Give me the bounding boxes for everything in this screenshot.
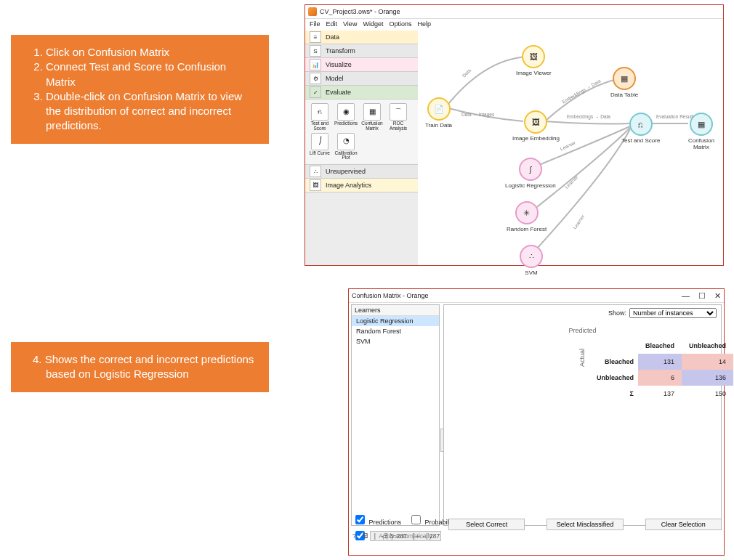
- category-transform[interactable]: STransform: [305, 44, 418, 58]
- cm-title: Confusion Matrix - Orange: [352, 292, 429, 299]
- actual-label: Actual: [578, 349, 586, 367]
- col-bleached: Bleached: [638, 338, 682, 354]
- node-train-data[interactable]: 📄Train Data: [425, 97, 452, 129]
- calibration-icon: ◔: [337, 133, 355, 150]
- canvas-links: [418, 31, 723, 265]
- node-confusion-matrix[interactable]: ▦Confusion Matrix: [679, 113, 723, 150]
- widget-roc[interactable]: ⌒ROC Analysis: [385, 103, 411, 131]
- minimize-icon[interactable]: —: [682, 291, 690, 301]
- folder-icon: ≡: [310, 31, 321, 43]
- row-unbleached: Unbleached: [589, 370, 638, 386]
- lift-icon: ⎠: [311, 133, 328, 150]
- widget-test-and-score[interactable]: ⎌Test and Score: [307, 103, 333, 131]
- clear-selection-button[interactable]: Clear Selection: [645, 519, 722, 530]
- confusion-matrix-window: Confusion Matrix - Orange — ☐ ✕ Learners…: [348, 288, 725, 556]
- row-sigma: Σ: [589, 386, 638, 402]
- confusion-table: BleachedUnbleachedΣ Bleached13114145 Unb…: [589, 338, 734, 402]
- widget-confusion-matrix[interactable]: ▦Confusion Matrix: [359, 103, 385, 131]
- file-icon: 📄: [427, 97, 451, 121]
- show-label: Show:: [608, 309, 626, 317]
- window-controls: — ☐ ✕: [682, 291, 721, 301]
- image-analytics-icon: 🖼: [310, 179, 321, 191]
- node-image-viewer[interactable]: 🖼Image Viewer: [516, 45, 552, 76]
- menu-options[interactable]: Options: [389, 20, 411, 31]
- colsum-1: 150: [682, 386, 733, 402]
- link-label-images: Data → Images: [461, 112, 494, 117]
- orange-app-icon: [308, 7, 317, 16]
- row-bleached: Bleached: [589, 354, 638, 370]
- orange-main-window: CV_Project3.ows* - Orange File Edit View…: [305, 4, 724, 266]
- rf-icon: ✳: [515, 201, 539, 224]
- svm-icon: ∴: [520, 245, 543, 268]
- widget-lift-curve[interactable]: ⎠Lift Curve: [307, 133, 333, 161]
- titlebar: CV_Project3.ows* - Orange: [305, 5, 723, 19]
- menu-file[interactable]: File: [310, 20, 320, 31]
- node-test-and-score[interactable]: ⎌Test and Score: [621, 113, 660, 144]
- roc-icon: ⌒: [390, 103, 407, 121]
- node-svm[interactable]: ∴SVM: [520, 245, 543, 276]
- save-icon[interactable]: 🖫: [362, 532, 368, 540]
- predictions-icon: ◉: [337, 103, 355, 121]
- unsupervised-icon: ∴: [310, 166, 321, 177]
- cell-0-1[interactable]: 14: [682, 354, 733, 370]
- predicted-label: Predicted: [568, 327, 596, 334]
- transform-icon: S: [310, 45, 321, 57]
- col-unbleached: Unbleached: [682, 338, 733, 354]
- category-data[interactable]: ≡Data: [305, 31, 418, 44]
- show-select[interactable]: Number of instances: [629, 308, 717, 318]
- chart-icon: 📊: [310, 59, 321, 70]
- workflow-canvas[interactable]: Data Data → Images Embeddings → Data Emb…: [418, 31, 723, 265]
- menu-view[interactable]: View: [343, 20, 357, 31]
- colsum-0: 137: [638, 386, 682, 402]
- widget-sidebar: ≡Data STransform 📊Visualize ⚙Model ✓Eval…: [305, 31, 419, 265]
- learners-panel: Learners Logistic Regression Random Fore…: [351, 304, 440, 526]
- close-icon[interactable]: ✕: [714, 291, 721, 301]
- matrix-panel: Show: Number of instances Predicted Actu…: [443, 304, 722, 526]
- widget-predictions[interactable]: ◉Predictions: [333, 103, 359, 131]
- category-model[interactable]: ⚙Model: [305, 72, 418, 86]
- select-misclassified-button[interactable]: Select Misclassified: [547, 519, 623, 530]
- cm-bottom-bar: Predictions Probabilities Apply Automati…: [351, 511, 722, 553]
- menu-edit[interactable]: Edit: [326, 20, 338, 31]
- learners-header: Learners: [352, 305, 439, 316]
- cell-0-0[interactable]: 131: [638, 354, 682, 370]
- select-correct-button[interactable]: Select Correct: [448, 519, 525, 530]
- link-label-embdata2: Embeddings → Data: [567, 114, 610, 119]
- category-unsupervised[interactable]: ∴Unsupervised: [305, 165, 418, 179]
- cm-titlebar: Confusion Matrix - Orange — ☐ ✕: [349, 289, 724, 303]
- model-icon: ⚙: [310, 73, 321, 84]
- maximize-icon[interactable]: ☐: [698, 291, 706, 301]
- table-icon: ▦: [613, 67, 636, 90]
- instr-3: Double-click on Confusion Matrix to view…: [46, 89, 254, 134]
- instr-4: 4. Shows the correct and incorrect predi…: [46, 352, 254, 382]
- image-viewer-icon: 🖼: [522, 45, 545, 68]
- category-evaluate[interactable]: ✓Evaluate: [305, 86, 418, 100]
- cell-1-1[interactable]: 136: [682, 370, 733, 386]
- confusion-icon: ▦: [363, 103, 381, 121]
- embedding-icon: 🖼: [524, 110, 547, 134]
- menu-widget[interactable]: Widget: [363, 20, 383, 31]
- node-image-embedding[interactable]: 🖼Image Embedding: [512, 110, 560, 142]
- category-image-analytics[interactable]: 🖼Image Analytics: [305, 179, 418, 192]
- node-logistic-regression[interactable]: ∫Logistic Regression: [505, 158, 556, 189]
- test-score-icon: ⎌: [311, 103, 328, 121]
- instruction-box-2: 4. Shows the correct and incorrect predi…: [11, 342, 269, 392]
- instr-1: Click on Confusion Matrix: [46, 45, 254, 60]
- cell-1-0[interactable]: 6: [638, 370, 682, 386]
- window-title: CV_Project3.ows* - Orange: [320, 8, 400, 15]
- info-icon[interactable]: ?: [352, 532, 356, 540]
- instruction-box-1: Click on Confusion Matrix Connect Test a…: [11, 35, 269, 144]
- confusion-node-icon: ▦: [690, 113, 713, 136]
- learner-svm[interactable]: SVM: [352, 336, 439, 346]
- learner-rf[interactable]: Random Forest: [352, 326, 439, 336]
- widget-calibration[interactable]: ◔Calibration Plot: [333, 133, 359, 161]
- node-data-table[interactable]: ▦Data Table: [610, 67, 638, 98]
- evaluate-widgets: ⎌Test and Score ◉Predictions ▦Confusion …: [305, 100, 418, 165]
- menu-help[interactable]: Help: [417, 20, 431, 31]
- node-random-forest[interactable]: ✳Random Forest: [507, 201, 547, 232]
- logreg-icon: ∫: [519, 158, 542, 181]
- category-visualize[interactable]: 📊Visualize: [305, 58, 418, 72]
- status-out: [→ - | 287: [413, 532, 440, 540]
- instr-2: Connect Test and Score to Confusion Matr…: [46, 60, 254, 89]
- learner-logreg[interactable]: Logistic Regression: [352, 316, 439, 326]
